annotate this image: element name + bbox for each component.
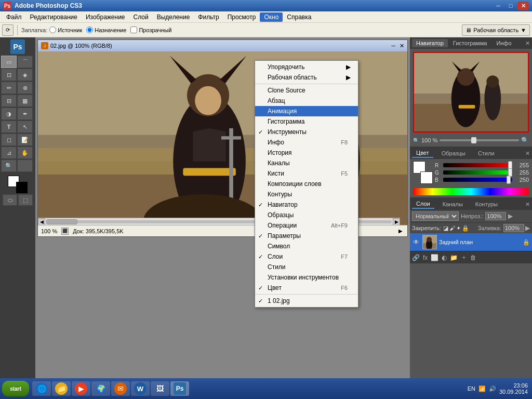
eyedropper-tool[interactable]: ⊿ [1,147,17,159]
nav-zoom-in-icon[interactable]: 🔍 [521,137,529,144]
layer-del-btn[interactable]: 🗑 [470,254,476,261]
menu-item-brushes[interactable]: Кисти F5 [255,168,358,179]
menu-view[interactable]: Просмотр [223,12,260,22]
pen-tool[interactable]: ✒ [17,108,33,120]
zoom-indicator[interactable]: ⬛ [61,228,69,235]
layer-item[interactable]: 👁 Задний план 🔒 [410,233,532,251]
text-tool[interactable]: T [1,121,17,133]
lock-transparent-btn[interactable]: ◪ [443,225,448,232]
menu-item-clone-source[interactable]: Clone Source [255,85,358,96]
menu-layer[interactable]: Слой [129,12,153,22]
notes-tool[interactable]: 📝 [17,134,33,146]
nav-preview[interactable] [413,52,529,132]
bg-swatch[interactable] [420,171,433,184]
nav-panel-close[interactable]: ✕ [525,40,530,47]
blend-mode-select[interactable]: Нормальный [412,211,459,221]
menu-item-history[interactable]: История [255,148,358,158]
radio-dest[interactable]: Назначение [86,26,126,33]
nav-zoom-out-icon[interactable]: 🔍 [413,138,419,143]
layer-folder-btn[interactable]: 📁 [450,254,458,261]
menu-item-color[interactable]: ✓ Цвет F6 [255,283,358,293]
menu-help[interactable]: Справка [283,12,315,22]
layer-link-btn[interactable]: 🔗 [412,254,420,261]
taskbar-ps[interactable]: Ps [170,381,189,396]
bg-color-swatch[interactable] [16,182,28,193]
lock-all-btn[interactable]: 🔒 [462,225,469,232]
tab-paths[interactable]: Контуры [471,200,502,208]
crop-tool[interactable]: ⊡ [1,69,17,81]
stamp-tool[interactable]: ⊕ [17,82,33,94]
fill-input[interactable] [503,224,524,232]
maximize-button[interactable]: □ [505,2,516,10]
menu-item-layers[interactable]: ✓ Слои F7 [255,251,358,262]
hand-tool[interactable]: ✋ [17,147,33,159]
menu-item-character[interactable]: Символ [255,241,358,251]
marquee-tool[interactable]: ▭ [1,56,17,68]
patch-tool[interactable]: ◈ [17,69,33,81]
r-bar-container[interactable] [443,163,512,167]
menu-item-animation[interactable]: Анимация [255,106,358,116]
layer-mask-btn[interactable]: ⬜ [431,254,438,261]
taskbar-explorer[interactable]: 📁 [52,381,71,396]
path-tool[interactable]: ↖ [17,121,33,133]
layers-panel-close[interactable]: ✕ [525,201,530,208]
tool-options-btn[interactable]: ⟳ [2,24,14,36]
gradient-tool[interactable]: ▦ [17,95,33,107]
taskbar-mail[interactable]: ✉ [111,381,130,396]
tab-channels[interactable]: Каналы [438,200,467,208]
menu-item-uporyadochit[interactable]: Упорядочить ▶ [255,62,358,72]
layer-add-btn[interactable]: ＋ [461,253,467,262]
menu-item-paths[interactable]: Контуры [255,189,358,200]
radio-source[interactable]: Источник [49,26,82,33]
nav-zoom-slider[interactable] [440,139,519,141]
g-bar-container[interactable] [443,170,512,175]
radio-source-input[interactable] [49,26,56,33]
menu-filter[interactable]: Фильтр [194,12,223,22]
tab-histogram[interactable]: Гистограмма [449,39,491,47]
tab-styles[interactable]: Стили [474,149,499,157]
close-button[interactable]: ✕ [517,2,529,10]
menu-image[interactable]: Изображение [82,12,129,22]
canvas-minimize-btn[interactable]: ─ [391,43,395,49]
nav-zoom-thumb[interactable] [471,137,476,143]
b-bar-container[interactable] [443,178,512,182]
scroll-thumb[interactable] [46,219,77,224]
shape-tool[interactable]: ◻ [1,134,17,146]
menu-window[interactable]: Окно [260,12,283,22]
radio-transp[interactable]: Прозрачный [130,26,171,33]
menu-item-channels[interactable]: Каналы [255,158,358,168]
menu-item-histogram[interactable]: Гистограмма [255,116,358,127]
taskbar-media[interactable]: ▶ [72,381,90,396]
fill-arrow[interactable]: ▶ [525,224,530,232]
tab-color[interactable]: Цвет [412,149,433,158]
taskbar-chrome[interactable]: 🌍 [91,381,110,396]
b-thumb[interactable] [507,176,511,184]
menu-item-tool-presets[interactable]: Установки инструментов [255,272,358,283]
menu-item-layer-comp[interactable]: Композиции слоев [255,179,358,189]
menu-item-instruments[interactable]: ✓ Инструменты [255,127,358,137]
tab-layers[interactable]: Слои [412,200,434,209]
menu-item-navigator[interactable]: ✓ Навигатор [255,200,358,210]
taskbar-ie[interactable]: 🌐 [32,381,51,396]
status-arrow[interactable]: ▶ [397,228,404,235]
burn-tool[interactable]: ◑ [1,108,17,120]
scroll-right-btn[interactable]: ▶ [393,218,400,225]
canvas-close-btn[interactable]: ✕ [400,43,404,49]
opacity-arrow[interactable]: ▶ [508,212,513,220]
brush-tool[interactable]: ✏ [1,82,17,94]
transp-checkbox[interactable] [130,26,137,33]
menu-file[interactable]: Файл [2,12,26,22]
menu-item-swatches[interactable]: Образцы [255,210,358,220]
menu-item-file-02[interactable]: ✓ 1 02.jpg [255,296,358,306]
menu-item-workspace[interactable]: Рабочая область ▶ [255,72,358,83]
color-spectrum-bar[interactable] [413,188,529,195]
taskbar-word[interactable]: W [131,381,150,396]
taskbar-photo[interactable]: 🖼 [151,381,169,396]
menu-item-settings[interactable]: ✓ Параметры [255,231,358,241]
eraser-tool[interactable]: ⊟ [1,95,17,107]
radio-dest-input[interactable] [86,26,93,33]
menu-item-info[interactable]: Инфо F8 [255,137,358,148]
menu-item-styles[interactable]: Стили [255,262,358,272]
color-panel-close[interactable]: ✕ [525,150,530,157]
start-button[interactable]: start [2,381,29,396]
